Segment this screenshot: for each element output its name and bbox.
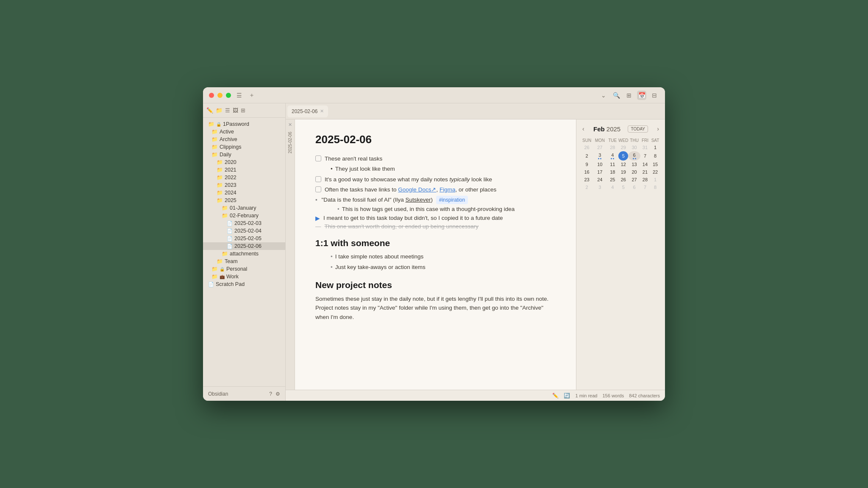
- cal-day-5-2[interactable]: 4: [606, 183, 618, 191]
- cal-day-4-1[interactable]: 24: [593, 176, 606, 183]
- sidebar-item-work[interactable]: 📁 💼 Work: [203, 273, 285, 280]
- sidebar-item-daily[interactable]: 📁 Daily: [203, 151, 285, 158]
- pencil-icon[interactable]: ✏️: [552, 393, 559, 399]
- cal-day-2-2[interactable]: 11: [606, 161, 618, 168]
- new-tab-button[interactable]: ＋: [247, 91, 256, 100]
- calendar-prev-button[interactable]: ‹: [581, 125, 586, 133]
- cal-day-5-3[interactable]: 5: [618, 183, 628, 191]
- sidebar-item-2024[interactable]: 📁 2024: [203, 189, 285, 197]
- cal-day-0-1[interactable]: 27: [593, 144, 606, 151]
- minimize-button[interactable]: [217, 93, 223, 98]
- cal-day-3-3[interactable]: 19: [618, 168, 628, 176]
- maximize-button[interactable]: [226, 93, 231, 98]
- cal-day-3-1[interactable]: 17: [593, 168, 606, 176]
- cal-day-4-2[interactable]: 25: [606, 176, 618, 183]
- sidebar-item-clippings[interactable]: 📁 Clippings: [203, 143, 285, 151]
- cal-day-2-6[interactable]: 15: [650, 161, 661, 168]
- cal-day-2-3[interactable]: 12: [618, 161, 628, 168]
- cal-day-0-5[interactable]: 31: [640, 144, 650, 151]
- checkbox-3[interactable]: [315, 186, 321, 192]
- cal-day-5-5[interactable]: 7: [640, 183, 650, 191]
- sidebar-item-2020[interactable]: 📁 2020: [203, 158, 285, 166]
- cal-day-0-4[interactable]: 30: [628, 144, 640, 151]
- sidebar-item-team[interactable]: 📁 Team: [203, 258, 285, 265]
- cal-day-0-0[interactable]: 26: [581, 144, 593, 151]
- vault-item[interactable]: 📁 🔒 1Password: [203, 120, 285, 128]
- inspiration-tag[interactable]: #inspiration: [436, 196, 468, 204]
- cal-day-0-3[interactable]: 29: [618, 144, 628, 151]
- google-docs-link[interactable]: Google Docs↗: [398, 186, 436, 193]
- cal-day-2-0[interactable]: 9: [581, 161, 593, 168]
- sidebar-item-scratchpad[interactable]: 📄 Scratch Pad: [203, 280, 285, 288]
- cal-day-4-3[interactable]: 26: [618, 176, 628, 183]
- checkbox-2[interactable]: [315, 176, 321, 182]
- sidebar-item-february[interactable]: 📁 02-February: [203, 212, 285, 219]
- layout-button[interactable]: ⊟: [650, 91, 659, 100]
- table-button[interactable]: ⊞: [624, 91, 634, 100]
- cal-day-0-2[interactable]: 28: [606, 144, 618, 151]
- cal-day-4-5[interactable]: 28: [640, 176, 650, 183]
- figma-link[interactable]: Figma: [440, 186, 456, 193]
- sidebar-item-archive-label: Archive: [220, 136, 237, 142]
- layout-icon[interactable]: ⊞: [241, 107, 245, 114]
- cal-day-1-1[interactable]: 3: [593, 151, 606, 161]
- sidebar-item-0206[interactable]: 📄 2025-02-06: [203, 242, 285, 250]
- calendar-today-button[interactable]: TODAY: [628, 125, 648, 133]
- cal-day-4-6[interactable]: 1: [650, 176, 661, 183]
- image-icon[interactable]: 🖼: [233, 107, 238, 114]
- sidebar-item-0204[interactable]: 📄 2025-02-04: [203, 227, 285, 235]
- cal-day-3-2[interactable]: 18: [606, 168, 618, 176]
- sidebar-item-2021[interactable]: 📁 2021: [203, 166, 285, 174]
- sidebar-item-january[interactable]: 📁 01-January: [203, 204, 285, 212]
- cal-day-3-4[interactable]: 20: [628, 168, 640, 176]
- search-button[interactable]: 🔍: [612, 91, 621, 100]
- sidebar-item-0203[interactable]: 📄 2025-02-03: [203, 219, 285, 227]
- task-1-sub-text: They just look like them: [335, 165, 395, 173]
- sidebar-item-active[interactable]: 📁 Active: [203, 128, 285, 136]
- folder-icon[interactable]: 📁: [216, 107, 223, 114]
- cal-day-2-5[interactable]: 14: [640, 161, 650, 168]
- cal-day-1-2[interactable]: 4: [606, 151, 618, 161]
- cal-day-1-3[interactable]: 5: [618, 151, 628, 161]
- sidebar-item-2025-label: 2025: [225, 197, 236, 203]
- cal-day-5-1[interactable]: 3: [593, 183, 606, 191]
- sync-icon[interactable]: 🔄: [564, 393, 570, 399]
- cal-day-3-5[interactable]: 21: [640, 168, 650, 176]
- cal-day-1-6[interactable]: 8: [650, 151, 661, 161]
- tab-0206[interactable]: 2025-02-06 ✕: [287, 105, 328, 117]
- cal-day-0-6[interactable]: 1: [650, 144, 661, 151]
- cal-day-3-0[interactable]: 16: [581, 168, 593, 176]
- weekday-tue: TUE: [606, 137, 618, 144]
- file-tab-close-button[interactable]: ✕: [287, 121, 293, 128]
- tab-close-icon[interactable]: ✕: [320, 108, 324, 114]
- sidebar-item-archive[interactable]: 📁 Archive: [203, 136, 285, 143]
- cal-day-5-6[interactable]: 8: [650, 183, 661, 191]
- sidebar-item-personal[interactable]: 📁 🔒 Personal: [203, 265, 285, 273]
- cal-day-1-0[interactable]: 2: [581, 151, 593, 161]
- edit-icon[interactable]: ✏️: [206, 107, 213, 114]
- calendar-button[interactable]: 📅: [637, 91, 646, 100]
- cal-day-4-0[interactable]: 23: [581, 176, 593, 183]
- list-icon[interactable]: ☰: [225, 107, 230, 114]
- dropdown-button[interactable]: ⌄: [599, 91, 608, 100]
- sidebar-item-2022[interactable]: 📁 2022: [203, 174, 285, 181]
- sidebar-item-2025[interactable]: 📁 2025: [203, 197, 285, 204]
- cal-day-3-6[interactable]: 22: [650, 168, 661, 176]
- calendar-next-button[interactable]: ›: [655, 125, 661, 133]
- close-button[interactable]: [209, 93, 214, 98]
- cal-day-2-4[interactable]: 13: [628, 161, 640, 168]
- cal-day-5-4[interactable]: 6: [628, 183, 640, 191]
- cal-day-1-5[interactable]: 7: [640, 151, 650, 161]
- cal-day-1-4[interactable]: 6: [628, 151, 640, 161]
- sidebar-item-0205[interactable]: 📄 2025-02-05: [203, 235, 285, 242]
- cal-day-5-0[interactable]: 2: [581, 183, 593, 191]
- weekday-fri: FRI: [640, 137, 650, 144]
- cal-day-2-1[interactable]: 10: [593, 161, 606, 168]
- checkbox-1[interactable]: [315, 155, 321, 161]
- sidebar-item-attachments[interactable]: 📁 attachments: [203, 250, 285, 258]
- help-button[interactable]: ?: [269, 391, 272, 397]
- settings-button[interactable]: ⚙: [275, 391, 280, 397]
- sidebar-toggle-button[interactable]: ☰: [234, 91, 244, 100]
- cal-day-4-4[interactable]: 27: [628, 176, 640, 183]
- sidebar-item-2023[interactable]: 📁 2023: [203, 181, 285, 189]
